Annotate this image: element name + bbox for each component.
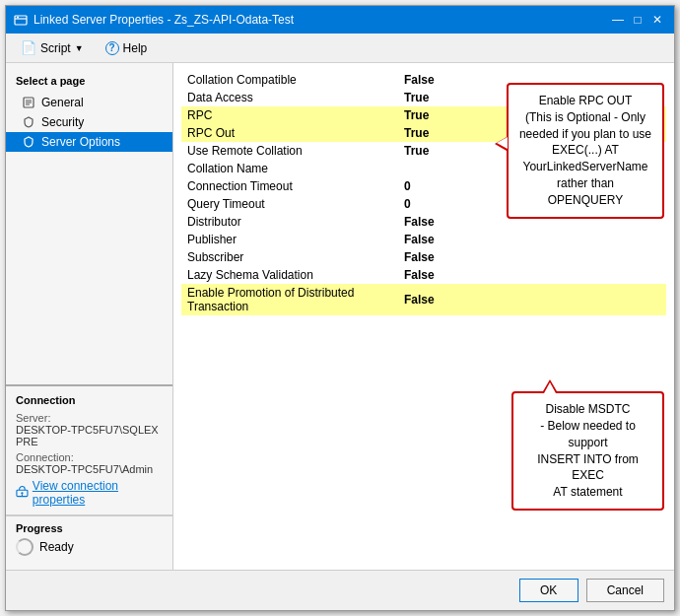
main-window: Linked Server Properties - Zs_ZS-API-Oda… [5, 5, 675, 611]
server-options-icon [22, 135, 35, 149]
maximize-button[interactable]: □ [629, 11, 646, 29]
dtc-callout-text: Disable MSDTC- Below needed to supportIN… [537, 402, 639, 499]
property-name: Subscriber [181, 248, 398, 266]
connection-icon [16, 486, 29, 500]
window-title: Linked Server Properties - Zs_ZS-API-Oda… [34, 13, 294, 27]
script-icon: 📄 [21, 40, 36, 55]
table-row: PublisherFalse [181, 231, 666, 248]
table-row: Lazy Schema ValidationFalse [181, 266, 666, 284]
security-icon [22, 115, 35, 129]
sidebar-item-general-label: General [41, 96, 84, 109]
toolbar: 📄 Script ▼ ? Help [6, 34, 674, 63]
window-icon [14, 13, 28, 27]
title-bar: Linked Server Properties - Zs_ZS-API-Oda… [6, 6, 674, 34]
content-area: Collation CompatibleFalseData AccessTrue… [173, 63, 674, 570]
help-button[interactable]: ? Help [99, 38, 155, 58]
property-name: Collation Name [181, 160, 398, 177]
progress-status: Ready [39, 540, 74, 554]
view-link-label: View connection properties [33, 479, 163, 507]
property-name: Connection Timeout [181, 177, 398, 195]
property-name: Collation Compatible [181, 71, 398, 89]
dtc-callout-arrow-top-inner [544, 382, 556, 393]
table-row: Enable Promotion of Distributed Transact… [181, 284, 666, 315]
sidebar-item-security-label: Security [41, 115, 84, 129]
general-icon [22, 96, 35, 109]
svg-point-4 [21, 492, 23, 494]
svg-rect-0 [15, 16, 27, 25]
property-name: Data Access [181, 89, 398, 106]
property-name: Enable Promotion of Distributed Transact… [181, 284, 398, 315]
help-label: Help [123, 41, 148, 55]
svg-point-1 [17, 17, 19, 19]
property-name: Lazy Schema Validation [181, 266, 398, 284]
sidebar: Select a page General Security [6, 63, 173, 570]
property-value: False [398, 266, 666, 284]
server-label: Server: [16, 412, 163, 424]
rpc-callout-text: Enable RPC OUT(This is Optional - Onlyne… [519, 94, 651, 207]
minimize-button[interactable]: — [609, 11, 627, 29]
help-icon: ? [105, 41, 119, 55]
title-bar-controls: — □ ✕ [609, 11, 666, 29]
property-value: False [398, 284, 666, 315]
property-name: Query Timeout [181, 195, 398, 213]
ok-button[interactable]: OK [519, 579, 578, 602]
property-name: RPC [181, 106, 398, 124]
connection-value: DESKTOP-TPC5FU7\Admin [16, 463, 163, 475]
progress-spinner [16, 538, 34, 556]
sidebar-item-security[interactable]: Security [6, 112, 172, 132]
view-connection-properties-link[interactable]: View connection properties [16, 479, 163, 507]
script-button[interactable]: 📄 Script ▼ [14, 37, 91, 58]
rpc-callout: Enable RPC OUT(This is Optional - Onlyne… [507, 83, 664, 219]
connection-label: Connection: [16, 451, 163, 463]
property-name: Distributor [181, 213, 398, 231]
select-page-title: Select a page [6, 71, 172, 93]
property-name: RPC Out [181, 124, 398, 142]
progress-row: Ready [16, 538, 163, 556]
rpc-callout-arrow-inner [497, 137, 508, 149]
main-content: Select a page General Security [6, 63, 674, 570]
window-body: 📄 Script ▼ ? Help Select a page General [6, 34, 674, 610]
connection-section: Connection Server: DESKTOP-TPC5FU7\SQLEX… [6, 384, 172, 514]
server-value: DESKTOP-TPC5FU7\SQLEXPRE [16, 424, 163, 447]
progress-header: Progress [16, 522, 163, 534]
connection-header: Connection [16, 394, 163, 406]
sidebar-item-general[interactable]: General [6, 93, 172, 112]
dtc-callout: Disable MSDTC- Below needed to supportIN… [511, 391, 664, 511]
sidebar-item-server-options-label: Server Options [41, 135, 120, 149]
script-dropdown-icon: ▼ [75, 43, 84, 53]
property-value: False [398, 231, 666, 248]
property-value: False [398, 248, 666, 266]
script-label: Script [40, 41, 71, 55]
property-name: Publisher [181, 231, 398, 248]
close-button[interactable]: ✕ [648, 11, 666, 29]
sidebar-item-server-options[interactable]: Server Options ➜ [6, 132, 172, 152]
table-row: SubscriberFalse [181, 248, 666, 266]
property-name: Use Remote Collation [181, 142, 398, 160]
cancel-button[interactable]: Cancel [586, 579, 664, 602]
progress-section: Progress Ready [6, 514, 172, 562]
footer: OK Cancel [6, 570, 674, 610]
